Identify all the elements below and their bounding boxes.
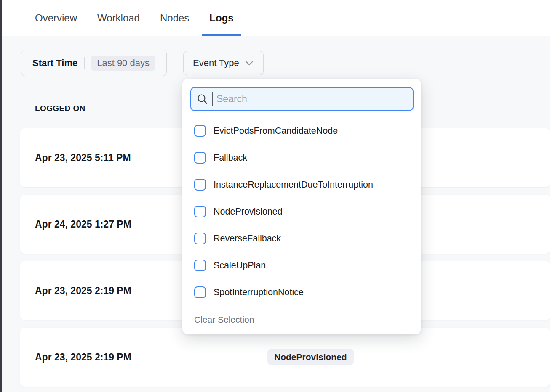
event-type-dropdown-panel: EvictPodsFromCandidateNode Fallback Inst… [182, 79, 421, 334]
option-label: NodeProvisioned [214, 207, 283, 217]
checkbox-icon[interactable] [194, 125, 206, 137]
checkbox-icon[interactable] [194, 179, 206, 191]
event-type-badge: NodeProvisioned [267, 349, 354, 365]
event-type-filter-button[interactable]: Event Type [183, 51, 264, 75]
option-nodeprovisioned[interactable]: NodeProvisioned [194, 198, 413, 225]
tab-workload-label: Workload [97, 12, 140, 24]
option-spotinterruptionnotice[interactable]: SpotInterruptionNotice [194, 279, 413, 306]
option-label: SpotInterruptionNotice [214, 287, 304, 298]
chevron-down-icon [245, 60, 254, 66]
tab-overview[interactable]: Overview [35, 0, 77, 36]
tab-logs-label: Logs [209, 12, 233, 24]
log-row-timestamp: Apr 23, 2025 2:19 PM [35, 352, 131, 363]
tab-nodes-label: Nodes [160, 12, 189, 24]
window-left-edge [0, 0, 2, 392]
log-row: Apr 23, 2025 2:19 PM NodeProvisioned [20, 328, 550, 387]
text-caret [212, 92, 213, 106]
option-instancereplacementduetointerruption[interactable]: InstanceReplacementDueToInterruption [194, 171, 413, 198]
log-row-timestamp: Apr 23, 2025 5:11 PM [35, 152, 131, 164]
dropdown-search-box[interactable] [190, 87, 414, 111]
tab-workload[interactable]: Workload [97, 0, 140, 36]
tab-overview-label: Overview [35, 12, 77, 24]
log-row-timestamp: Apr 23, 2025 2:19 PM [35, 285, 131, 297]
active-tab-indicator [202, 34, 241, 36]
option-label: InstanceReplacementDueToInterruption [214, 180, 373, 190]
checkbox-icon[interactable] [194, 152, 206, 164]
option-label: EvictPodsFromCandidateNode [214, 126, 338, 136]
start-time-filter-label: Start Time [32, 58, 77, 69]
event-type-option-list: EvictPodsFromCandidateNode Fallback Inst… [194, 117, 413, 306]
option-scaleupplan[interactable]: ScaleUpPlan [194, 252, 413, 279]
option-fallback[interactable]: Fallback [194, 144, 413, 171]
option-label: Fallback [214, 153, 247, 163]
event-type-filter-label: Event Type [193, 58, 239, 69]
checkbox-icon[interactable] [194, 206, 206, 217]
dropdown-search-input[interactable] [216, 88, 407, 110]
checkbox-icon[interactable] [194, 286, 206, 298]
option-label: ScaleUpPlan [214, 260, 266, 271]
start-time-filter-value: Last 90 days [91, 56, 155, 71]
start-time-filter-button[interactable]: Start Time Last 90 days [21, 50, 167, 76]
option-label: ReverseFallback [214, 233, 281, 244]
checkbox-icon[interactable] [194, 260, 206, 271]
option-evictpodsfromcandidatenode[interactable]: EvictPodsFromCandidateNode [194, 117, 413, 144]
clear-selection-button[interactable]: Clear Selection [194, 315, 254, 325]
tab-nodes[interactable]: Nodes [160, 0, 189, 36]
tab-logs[interactable]: Logs [209, 0, 233, 36]
logged-on-column-header: LOGGED ON [35, 104, 85, 113]
tab-list: Overview Workload Nodes Logs [35, 0, 234, 36]
magnifier-icon [197, 93, 208, 105]
tab-bar: Overview Workload Nodes Logs [2, 0, 550, 36]
filter-divider [84, 57, 85, 69]
checkbox-icon[interactable] [194, 233, 206, 244]
option-reversefallback[interactable]: ReverseFallback [194, 225, 413, 252]
log-row-timestamp: Apr 24, 2025 1:27 PM [35, 219, 131, 230]
